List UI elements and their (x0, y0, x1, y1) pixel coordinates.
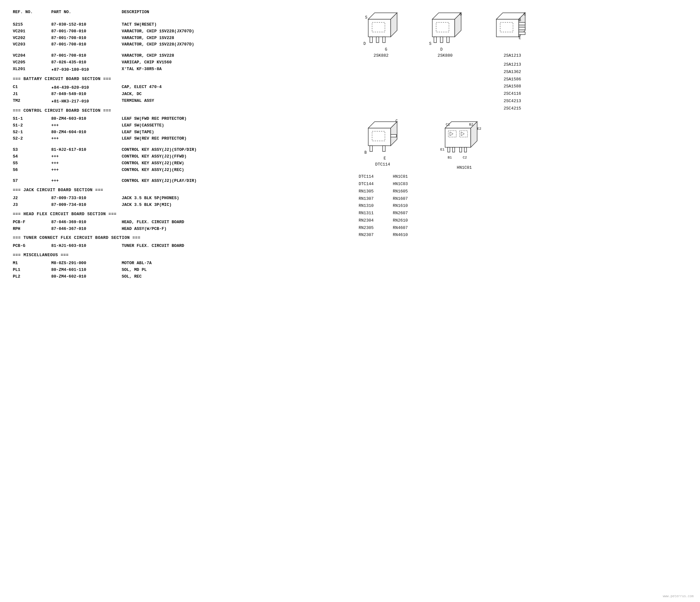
svg-2sa1213: C B E (487, 9, 538, 51)
cell-ref: VC203 (13, 41, 51, 48)
cell-part: 87-030-152-010 (51, 22, 122, 28)
watermark: www.peterrus.com (663, 595, 694, 598)
label-2sa1213: 2SA1213 (504, 53, 521, 58)
cell-ref: TM2 (13, 98, 51, 105)
cell-desc: VARICAP, CHIP KV1560 (122, 59, 352, 66)
cell-desc: SOL, REC (122, 273, 352, 280)
table-row: S1-180-ZM4-603-010LEAF SW(FWD REC PROTEC… (13, 116, 352, 122)
table-row: S2-180-ZM4-604-010LEAF SW(TAPE) (13, 129, 352, 136)
list-item: RN1607 (393, 195, 408, 203)
table-row: S1-2+++LEAF SW(CASSETTE) (13, 122, 352, 129)
svg-rect-5 (376, 37, 379, 43)
cell-desc: CAP, ELECT 470-4 (122, 84, 352, 91)
svg-rect-34 (370, 146, 372, 151)
svg-text:G: G (385, 47, 387, 51)
cell-ref: S5 (13, 160, 51, 167)
table-row: J387-009-734-010JACK 3.5 BLK 3P(MIC) (13, 202, 352, 208)
section-header-control: === CONTROL CIRCUIT BOARD SECTION === (13, 108, 352, 113)
cell-ref: J2 (13, 195, 51, 202)
cell-part: 80-ZM4-602-010 (51, 273, 122, 280)
cell-desc: X'TAL KF-38R5-8A (122, 66, 352, 73)
list-item: RN2607 (393, 210, 408, 217)
cell-ref: S2-1 (13, 129, 51, 136)
table-row: PCB-G81-HJ1-603-010TUNER FLEX. CIRCUIT B… (13, 243, 352, 249)
cell-desc: JACK, DC (122, 91, 352, 98)
svg-text:C: C (524, 12, 526, 17)
cell-ref: S2-2 (13, 135, 51, 142)
list-item: RN2610 (393, 217, 408, 224)
left-column: REF. NO. PART NO. DESCRIPTION S21587-030… (13, 9, 352, 280)
component-list-item: 2SA1362 (504, 69, 521, 76)
svg-2sk882: S D G (359, 9, 403, 51)
component-list-item: 2SA1586 (504, 76, 521, 83)
cell-desc: TUNER FLEX. CIRCUIT BOARD (122, 243, 352, 249)
cell-ref: RPH (13, 226, 51, 232)
cell-ref: PL2 (13, 273, 51, 280)
cell-ref: J3 (13, 202, 51, 208)
svg-rect-14 (434, 37, 436, 43)
cell-part: +++ (51, 153, 122, 160)
cell-part: 80-ZM4-601-110 (51, 267, 122, 273)
cell-desc: LEAF SW(FWD REC PROTECTOR) (122, 116, 352, 122)
cell-desc: HEAD, FLEX. CIRCUIT BOARD (122, 219, 352, 226)
table-row: RPH87-046-367-010HEAD ASSY(W/PCB-F) (13, 226, 352, 232)
svg-rect-36 (391, 134, 396, 137)
cell-ref: M1 (13, 260, 51, 267)
diagram-2sk880: G S D 2SK880 (423, 9, 468, 112)
svg-text:E: E (384, 156, 386, 160)
cell-desc: CONTROL KEY ASSY(J2)(FFWD) (122, 153, 352, 160)
bottom-list: DTC114DTC144RN1305RN1307RN1310RN1311RN23… (359, 173, 687, 239)
table-row: S6+++CONTROL KEY ASSY(J2)(REC) (13, 167, 352, 174)
component-list-item: 2SC4213 (504, 98, 521, 105)
table-row: PL180-ZM4-601-110SOL, MD PL (13, 267, 352, 273)
cell-part: 81-HJ2-617-010 (51, 147, 122, 153)
svg-rect-48 (452, 147, 455, 152)
list-item: HN1C01 (393, 173, 408, 181)
component-list-item: 2SA1213 (504, 61, 521, 69)
component-list: 2SA12132SA13622SA15862SA15882SC41162SC42… (504, 61, 521, 112)
cell-part: ★84-439-620-010 (51, 84, 122, 91)
cell-part: 87-001-708-010 (51, 28, 122, 35)
diagrams-top: S D G 2SK882 G S D (359, 9, 687, 112)
table-row: VC20387-001-708-010VARACTOR, CHIP 1SV228… (13, 41, 352, 48)
svg-rect-20 (496, 19, 519, 37)
cell-ref: S3 (13, 147, 51, 153)
svg-text:B1: B1 (448, 156, 452, 159)
svg-text:G: G (459, 12, 462, 17)
table-row: VC20187-001-708-010VARACTOR, CHIP 1SV228… (13, 28, 352, 35)
svg-text:S: S (429, 42, 431, 46)
cell-part: +++ (51, 167, 122, 174)
main-layout: REF. NO. PART NO. DESCRIPTION S21587-030… (13, 9, 687, 280)
svg-rect-40 (445, 128, 471, 147)
label-dtc114: DTC114 (375, 162, 390, 167)
cell-part: 81-HJ1-603-010 (51, 243, 122, 249)
svg-text:C: C (396, 119, 398, 124)
cell-part: 80-ZM4-604-010 (51, 129, 122, 136)
cell-part: 87-001-708-010 (51, 41, 122, 48)
table-row: PL280-ZM4-602-010SOL, REC (13, 273, 352, 280)
component-list-item: 2SC4215 (504, 105, 521, 112)
cell-part: 87-026-435-010 (51, 59, 122, 66)
cell-ref: VC204 (13, 52, 51, 59)
list-item: RN4607 (393, 224, 408, 232)
cell-ref: S6 (13, 167, 51, 174)
svg-rect-25 (519, 27, 525, 30)
svg-text:E1: E1 (440, 148, 445, 151)
section-header-tuner: === TUNER CONNECT FLEX CIRCUIT BOARD SEC… (13, 235, 352, 240)
svg-rect-26 (519, 32, 525, 34)
bottom-left-list: DTC114DTC144RN1305RN1307RN1310RN1311RN23… (359, 173, 374, 239)
svg-rect-50 (464, 147, 467, 152)
cell-part: 87-049-549-010 (51, 91, 122, 98)
cell-ref: VC202 (13, 35, 51, 42)
cell-part: +++ (51, 178, 122, 184)
list-item: DTC144 (359, 181, 374, 188)
cell-ref: C1 (13, 84, 51, 91)
cell-desc: TACT SW(RESET) (122, 22, 352, 28)
label-2sk882: 2SK882 (374, 53, 389, 58)
svg-rect-10 (432, 19, 455, 37)
cell-desc: TERMINAL ASSY (122, 98, 352, 105)
svg-text:C1: C1 (446, 123, 450, 126)
cell-desc: CONTROL KEY ASSY(J2)(REW) (122, 160, 352, 167)
svg-text:E2: E2 (477, 127, 481, 131)
cell-ref: S4 (13, 153, 51, 160)
